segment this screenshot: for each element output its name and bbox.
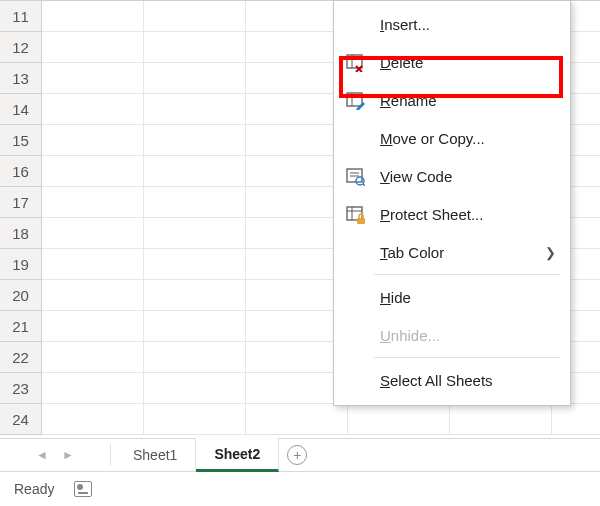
svg-line-12 bbox=[363, 184, 365, 186]
cell[interactable] bbox=[42, 218, 144, 249]
cell[interactable] bbox=[42, 280, 144, 311]
sheet-context-menu: Insert...DeleteRenameMove or Copy...View… bbox=[333, 0, 571, 406]
row-header[interactable]: 19 bbox=[0, 249, 42, 280]
cell[interactable] bbox=[144, 218, 246, 249]
sheet-tab-strip: ◄ ► Sheet1Sheet2 + bbox=[0, 438, 600, 472]
tab-scroll-controls: ◄ ► bbox=[0, 448, 110, 462]
viewcode-icon bbox=[342, 166, 368, 186]
cell[interactable] bbox=[144, 32, 246, 63]
protect-icon bbox=[342, 204, 368, 224]
menu-item-label: Delete bbox=[380, 54, 556, 71]
cell[interactable] bbox=[144, 311, 246, 342]
menu-item-rename[interactable]: Rename bbox=[334, 81, 570, 119]
divider bbox=[110, 444, 111, 466]
row-header[interactable]: 24 bbox=[0, 404, 42, 435]
cell[interactable] bbox=[144, 125, 246, 156]
status-text: Ready bbox=[14, 481, 54, 497]
cell[interactable] bbox=[144, 63, 246, 94]
menu-item-label: Tab Color bbox=[380, 244, 533, 261]
row-header[interactable]: 20 bbox=[0, 280, 42, 311]
cell[interactable] bbox=[348, 404, 450, 435]
menu-item-label: Move or Copy... bbox=[380, 130, 556, 147]
row-header[interactable]: 16 bbox=[0, 156, 42, 187]
menu-item-unhide: Unhide... bbox=[334, 316, 570, 354]
menu-item-insert[interactable]: Insert... bbox=[334, 5, 570, 43]
menu-item-delete[interactable]: Delete bbox=[334, 43, 570, 81]
rename-icon bbox=[342, 90, 368, 110]
row-header[interactable]: 15 bbox=[0, 125, 42, 156]
cell[interactable] bbox=[42, 94, 144, 125]
cell[interactable] bbox=[246, 404, 348, 435]
menu-separator bbox=[374, 274, 560, 275]
cell[interactable] bbox=[144, 94, 246, 125]
cell[interactable] bbox=[42, 404, 144, 435]
svg-rect-0 bbox=[347, 55, 362, 68]
delete-icon bbox=[342, 52, 368, 72]
sheet-tab-sheet2[interactable]: Sheet2 bbox=[196, 438, 279, 472]
macro-record-icon[interactable] bbox=[74, 481, 92, 497]
cell[interactable] bbox=[42, 32, 144, 63]
row-header[interactable]: 18 bbox=[0, 218, 42, 249]
cell[interactable] bbox=[42, 311, 144, 342]
row-header[interactable]: 17 bbox=[0, 187, 42, 218]
cell[interactable] bbox=[144, 187, 246, 218]
menu-separator bbox=[374, 357, 560, 358]
cell[interactable] bbox=[42, 249, 144, 280]
row-header[interactable]: 14 bbox=[0, 94, 42, 125]
menu-item-label: Unhide... bbox=[380, 327, 556, 344]
menu-item-code[interactable]: View Code bbox=[334, 157, 570, 195]
cell[interactable] bbox=[42, 373, 144, 404]
row-header[interactable]: 21 bbox=[0, 311, 42, 342]
row-header[interactable]: 23 bbox=[0, 373, 42, 404]
grid-row: 24 bbox=[0, 404, 600, 435]
plus-icon: + bbox=[287, 445, 307, 465]
new-sheet-button[interactable]: + bbox=[279, 445, 315, 465]
svg-rect-16 bbox=[357, 218, 365, 224]
cell[interactable] bbox=[42, 125, 144, 156]
status-bar: Ready bbox=[0, 472, 600, 506]
menu-item-label: Insert... bbox=[380, 16, 556, 33]
menu-item-selectall[interactable]: Select All Sheets bbox=[334, 361, 570, 399]
cell[interactable] bbox=[144, 249, 246, 280]
row-header[interactable]: 11 bbox=[0, 1, 42, 32]
menu-item-protect[interactable]: Protect Sheet... bbox=[334, 195, 570, 233]
cell[interactable] bbox=[42, 1, 144, 32]
menu-item-label: Rename bbox=[380, 92, 556, 109]
cell[interactable] bbox=[144, 1, 246, 32]
cell[interactable] bbox=[144, 156, 246, 187]
row-header[interactable]: 22 bbox=[0, 342, 42, 373]
menu-item-label: Protect Sheet... bbox=[380, 206, 556, 223]
menu-item-label: Hide bbox=[380, 289, 556, 306]
cell[interactable] bbox=[42, 342, 144, 373]
cell[interactable] bbox=[42, 156, 144, 187]
cell[interactable] bbox=[144, 342, 246, 373]
row-header[interactable]: 12 bbox=[0, 32, 42, 63]
svg-point-11 bbox=[356, 177, 364, 185]
row-header[interactable]: 13 bbox=[0, 63, 42, 94]
chevron-right-icon: ❯ bbox=[545, 245, 556, 260]
sheet-tab-sheet1[interactable]: Sheet1 bbox=[115, 438, 196, 472]
tab-scroll-right-icon[interactable]: ► bbox=[62, 448, 74, 462]
menu-item-move[interactable]: Move or Copy... bbox=[334, 119, 570, 157]
cell[interactable] bbox=[42, 63, 144, 94]
menu-item-color[interactable]: Tab Color❯ bbox=[334, 233, 570, 271]
menu-item-hide[interactable]: Hide bbox=[334, 278, 570, 316]
svg-rect-5 bbox=[347, 93, 362, 106]
cell[interactable] bbox=[450, 404, 552, 435]
cell[interactable] bbox=[42, 187, 144, 218]
cell[interactable] bbox=[552, 404, 600, 435]
menu-item-label: Select All Sheets bbox=[380, 372, 556, 389]
cell[interactable] bbox=[144, 404, 246, 435]
tab-scroll-left-icon[interactable]: ◄ bbox=[36, 448, 48, 462]
menu-item-label: View Code bbox=[380, 168, 556, 185]
cell[interactable] bbox=[144, 373, 246, 404]
cell[interactable] bbox=[144, 280, 246, 311]
